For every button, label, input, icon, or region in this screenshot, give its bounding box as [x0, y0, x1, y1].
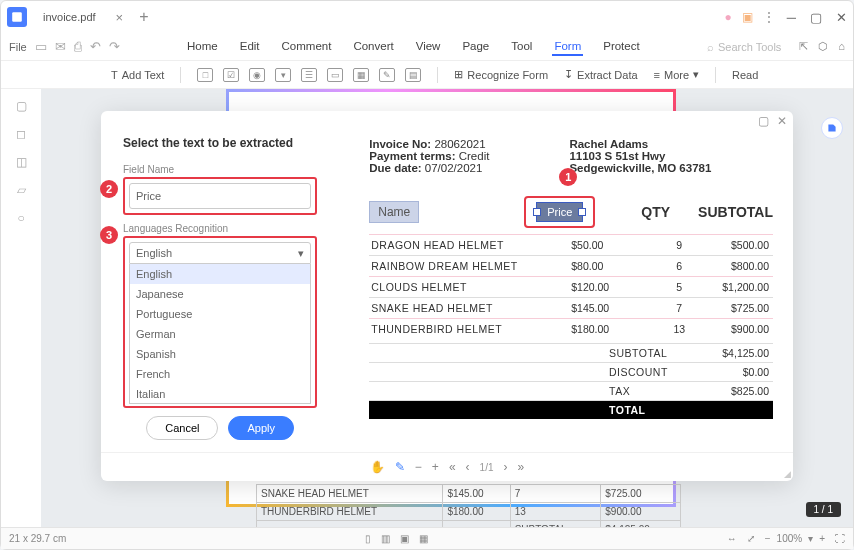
- radio-icon[interactable]: ◉: [249, 68, 265, 82]
- fit-page-icon[interactable]: ⤢: [747, 533, 755, 544]
- chevron-down-icon: ▾: [693, 68, 699, 81]
- price-highlight: Price: [524, 196, 595, 228]
- combo-icon[interactable]: ▾: [275, 68, 291, 82]
- new-tab-icon[interactable]: +: [139, 8, 148, 26]
- layers-icon[interactable]: ▱: [17, 183, 26, 197]
- chevron-down-icon[interactable]: ▾: [808, 533, 813, 544]
- attach-icon[interactable]: ◫: [16, 155, 27, 169]
- menu-form[interactable]: Form: [552, 38, 583, 56]
- svg-rect-0: [12, 12, 22, 22]
- checkbox-icon[interactable]: ☑: [223, 68, 239, 82]
- view-single-icon[interactable]: ▯: [365, 533, 371, 544]
- name-field-box[interactable]: Name: [369, 201, 419, 223]
- share-icon[interactable]: ⇱: [799, 40, 808, 53]
- menu-page[interactable]: Page: [460, 38, 491, 56]
- app-window: invoice.pdf × + ● ▣ ⋮ ─ ▢ ✕ File ▭ ✉ ⎙ ↶…: [0, 0, 854, 550]
- fit-width-icon[interactable]: ↔: [727, 533, 737, 544]
- menu-edit[interactable]: Edit: [238, 38, 262, 56]
- minimize-icon[interactable]: ─: [787, 10, 796, 25]
- menu-protect[interactable]: Protect: [601, 38, 641, 56]
- save-icon[interactable]: ▭: [35, 39, 47, 54]
- file-menu[interactable]: File: [9, 41, 27, 53]
- fullscreen-icon[interactable]: ⛶: [835, 533, 845, 544]
- search-tools[interactable]: ⌕ Search Tools: [707, 41, 781, 53]
- search-panel-icon[interactable]: ○: [17, 211, 24, 225]
- menu-dots-icon[interactable]: ⋮: [763, 10, 775, 24]
- menu-tool[interactable]: Tool: [509, 38, 534, 56]
- document-tab[interactable]: invoice.pdf ×: [33, 6, 133, 29]
- menu-convert[interactable]: Convert: [351, 38, 395, 56]
- list-icon[interactable]: ☰: [301, 68, 317, 82]
- invoice-table: DRAGON HEAD HELMET$50.009$500.00 RAINBOW…: [369, 234, 773, 339]
- menu-comment[interactable]: Comment: [280, 38, 334, 56]
- cancel-button[interactable]: Cancel: [146, 416, 218, 440]
- lang-option[interactable]: Spanish: [130, 344, 310, 364]
- field-name-input[interactable]: [129, 183, 311, 209]
- sign-icon[interactable]: ✎: [379, 68, 395, 82]
- redo-icon[interactable]: ↷: [109, 39, 120, 54]
- maximize-icon[interactable]: ▢: [810, 10, 822, 25]
- bg-table: SNAKE HEAD HELMET$145.007$725.00 THUNDER…: [256, 484, 681, 527]
- lang-list[interactable]: English Japanese Portuguese German Spani…: [129, 264, 311, 404]
- modal-restore-icon[interactable]: ▢: [758, 114, 769, 128]
- page-indicator: 1 / 1: [806, 502, 841, 517]
- lang-option[interactable]: Italian: [130, 384, 310, 404]
- menu-home[interactable]: Home: [185, 38, 220, 56]
- zoom-in-icon[interactable]: +: [819, 533, 825, 544]
- panel-title: Select the text to be extracted: [123, 136, 317, 150]
- menu-view[interactable]: View: [414, 38, 443, 56]
- lang-option[interactable]: English: [130, 264, 310, 284]
- float-badge[interactable]: [821, 117, 843, 139]
- lang-select[interactable]: English ▾: [129, 242, 311, 264]
- lang-option[interactable]: Portuguese: [130, 304, 310, 324]
- invoice-totals: SUBTOTAL$4,125.00 DISCOUNT$0.00 TAX$825.…: [369, 343, 773, 419]
- home-icon[interactable]: ⌂: [838, 40, 845, 53]
- account-icon[interactable]: ▣: [742, 10, 753, 24]
- extract-data-btn[interactable]: ↧ Extract Data: [564, 68, 638, 81]
- zoom-out-icon[interactable]: −: [415, 460, 422, 474]
- first-page-icon[interactable]: «: [449, 460, 456, 474]
- next-page-icon[interactable]: ›: [503, 460, 507, 474]
- title-right-icons: ● ▣ ⋮: [725, 10, 775, 24]
- price-field-box[interactable]: Price: [536, 202, 583, 222]
- prev-page-icon[interactable]: ‹: [466, 460, 470, 474]
- workspace: ▢ ◻ ◫ ▱ ○ SNAKE HEAD HELMET$145.007$725.…: [1, 89, 853, 527]
- modal-close-icon[interactable]: ✕: [777, 114, 787, 128]
- lang-option[interactable]: German: [130, 324, 310, 344]
- zoom-in-icon[interactable]: +: [432, 460, 439, 474]
- recognize-form-btn[interactable]: ⊞ Recognize Form: [454, 68, 548, 81]
- read-btn[interactable]: Read: [732, 69, 758, 81]
- add-text-btn[interactable]: T Add Text: [111, 69, 164, 81]
- undo-icon[interactable]: ↶: [90, 39, 101, 54]
- view-two-icon[interactable]: ▣: [400, 533, 409, 544]
- table-row: THUNDERBIRD HELMET$180.0013$900.00: [369, 319, 773, 340]
- view-cont-icon[interactable]: ▥: [381, 533, 390, 544]
- zoom-out-icon[interactable]: −: [765, 533, 771, 544]
- hand-icon[interactable]: ✋: [370, 460, 385, 474]
- textfield-icon[interactable]: □: [197, 68, 213, 82]
- thumbnails-icon[interactable]: ▢: [16, 99, 27, 113]
- image-icon[interactable]: ▦: [353, 68, 369, 82]
- pen-icon[interactable]: ✎: [395, 460, 405, 474]
- left-rail: ▢ ◻ ◫ ▱ ○: [1, 89, 41, 527]
- resize-grip-icon[interactable]: ◢: [784, 469, 791, 479]
- field-name-label: Field Name: [123, 164, 317, 175]
- lang-option[interactable]: French: [130, 364, 310, 384]
- notify-icon[interactable]: ●: [725, 10, 732, 24]
- open-icon[interactable]: ✉: [55, 39, 66, 54]
- table-row: CLOUDS HELMET$120.005$1,200.00: [369, 277, 773, 298]
- print-icon[interactable]: ⎙: [74, 39, 82, 54]
- view-two-cont-icon[interactable]: ▦: [419, 533, 428, 544]
- lang-option[interactable]: Japanese: [130, 284, 310, 304]
- bookmark-icon[interactable]: ◻: [16, 127, 26, 141]
- close-icon[interactable]: ✕: [836, 10, 847, 25]
- tab-close-icon[interactable]: ×: [116, 10, 124, 25]
- lang-label: Languages Recognition: [123, 223, 317, 234]
- table-row: RAINBOW DREAM HELMET$80.006$800.00: [369, 256, 773, 277]
- button-icon[interactable]: ▭: [327, 68, 343, 82]
- apply-button[interactable]: Apply: [228, 416, 294, 440]
- cloud-icon[interactable]: ⬡: [818, 40, 828, 53]
- more-btn[interactable]: ≡ More ▾: [654, 68, 699, 81]
- last-page-icon[interactable]: »: [517, 460, 524, 474]
- date-icon[interactable]: ▤: [405, 68, 421, 82]
